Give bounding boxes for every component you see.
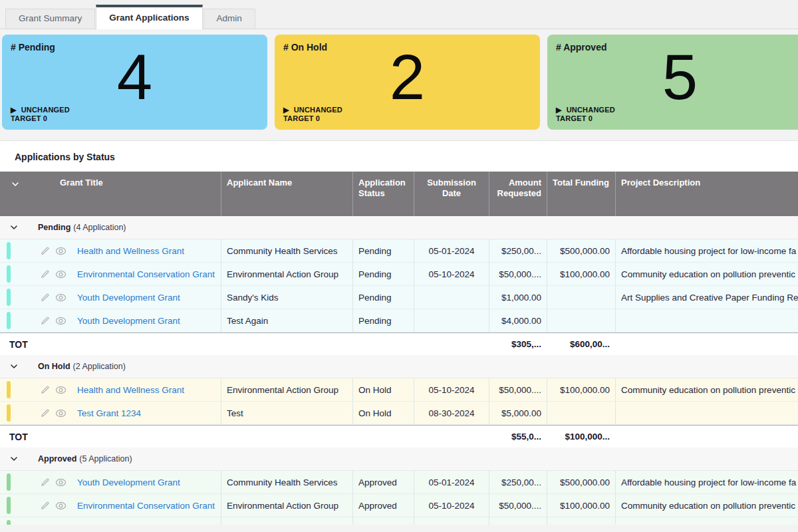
submission-date-cell: 08-30-2024 (414, 402, 489, 424)
project-description-cell (615, 309, 798, 332)
view-button[interactable] (55, 525, 66, 525)
column-header-applicant-name[interactable]: Applicant Name (221, 172, 352, 216)
amount-requested-cell: $4,000.00 (489, 309, 547, 332)
view-button[interactable] (55, 386, 66, 394)
project-description-cell: Community education on pollution prevent… (615, 494, 798, 517)
status-accent-bar (7, 381, 11, 398)
total-funding-cell (547, 402, 615, 424)
grant-title-cell: Youth Development Grant (30, 471, 221, 493)
edit-button[interactable] (40, 408, 51, 418)
edit-button[interactable] (40, 245, 51, 256)
eye-icon (55, 247, 66, 255)
group-count: (2 Application) (73, 362, 126, 371)
view-button[interactable] (55, 293, 66, 302)
pencil-icon (40, 245, 51, 256)
grant-title-link[interactable]: Health and Wellness Grant (77, 385, 184, 395)
pencil-icon (40, 408, 51, 418)
amount-requested-cell: $50,000.... (489, 494, 547, 517)
applicant-name-cell: Community Health Services (221, 471, 352, 493)
row-accent (0, 471, 30, 493)
group-collapse-button[interactable] (9, 454, 20, 464)
edit-button[interactable] (40, 523, 51, 525)
group-collapse-button[interactable] (9, 362, 20, 371)
total-label: TOT (0, 333, 221, 355)
kpi-card-on-hold: # On Hold 2 ▶ UNCHANGED TARGET 0 (275, 35, 540, 130)
column-header-application-status[interactable]: Application Status (352, 172, 414, 216)
row-accent (0, 286, 30, 309)
edit-button[interactable] (40, 477, 51, 487)
total-funding-cell: $500,000.00 (547, 239, 615, 262)
tab-admin[interactable]: Admin (203, 9, 255, 29)
group-count: (5 Application) (79, 454, 132, 464)
column-header-project-description[interactable]: Project Description (615, 172, 798, 216)
kpi-value: 5 (556, 49, 798, 106)
row-accent (0, 239, 30, 262)
tab-grant-summary[interactable]: Grant Summary (5, 9, 95, 29)
column-header-total-funding[interactable]: Total Funding (547, 172, 615, 216)
kpi-target: TARGET 0 (11, 114, 259, 122)
view-button[interactable] (55, 478, 66, 487)
edit-button[interactable] (40, 292, 51, 303)
column-header-submission-date[interactable]: Submission Date (414, 172, 489, 216)
edit-button[interactable] (40, 315, 51, 326)
kpi-value: 2 (283, 49, 531, 106)
kpi-target: TARGET 0 (283, 114, 531, 122)
edit-button[interactable] (40, 500, 51, 511)
row-accent (0, 494, 30, 517)
grant-title-link[interactable]: Youth Development Grant (77, 316, 180, 326)
pencil-icon (40, 384, 51, 395)
row-accent (0, 309, 30, 332)
view-button[interactable] (55, 501, 66, 510)
group-collapse-button[interactable] (9, 223, 20, 232)
submission-date-cell: 05-01-2024 (414, 471, 489, 493)
table-row (0, 517, 798, 525)
total-funding-cell (547, 517, 615, 525)
status-accent-bar (7, 242, 11, 259)
application-status-cell: Approved (352, 471, 414, 493)
grant-title-link[interactable]: Environmental Conservation Grant (77, 269, 215, 279)
table-header-row: Grant Title Applicant Name Application S… (0, 172, 798, 216)
kpi-target: TARGET 0 (556, 114, 798, 122)
grant-title-link[interactable]: Test Grant 1234 (77, 408, 141, 418)
tab-label: Admin (217, 13, 242, 23)
grant-title-link[interactable]: Youth Development Grant (77, 293, 180, 303)
grant-title-link[interactable]: Youth Development Grant (77, 477, 180, 487)
chevron-down-icon (11, 180, 20, 189)
amount-requested-cell: $1,000.00 (489, 286, 547, 309)
kpi-trend-label: UNCHANGED (21, 106, 70, 114)
total-funding-cell (547, 309, 615, 332)
table-row: Environmental Conservation Grant Environ… (0, 263, 798, 286)
grant-title-link[interactable]: Health and Wellness Grant (77, 246, 184, 256)
submission-date-cell: 05-01-2024 (414, 239, 489, 262)
group-name: Pending (38, 223, 70, 232)
tab-grant-applications[interactable]: Grant Applications (96, 5, 202, 29)
status-accent-bar (7, 404, 11, 422)
table-row: Youth Development Grant Test Again Pendi… (0, 309, 798, 332)
applicant-name-cell: Environmental Action Group (221, 263, 352, 285)
play-icon: ▶ (283, 106, 289, 114)
amount-requested-cell: $5,000.00 (489, 402, 547, 424)
total-label: TOT (0, 426, 221, 448)
applicant-name-cell: Community Health Services (221, 239, 352, 262)
total-funding-cell: $100,000.00 (547, 263, 615, 285)
grant-title-link[interactable]: Environmental Conservation Grant (77, 501, 215, 511)
table-row: Youth Development Grant Sandy's Kids Pen… (0, 286, 798, 309)
view-button[interactable] (55, 247, 66, 255)
edit-button[interactable] (40, 269, 51, 279)
kpi-value: 4 (11, 49, 259, 106)
grant-title-cell: Health and Wellness Grant (30, 239, 221, 262)
column-header-amount-requested[interactable]: Amount Requested (489, 172, 547, 216)
view-button[interactable] (55, 317, 66, 325)
pencil-icon (40, 523, 51, 525)
view-button[interactable] (55, 270, 66, 279)
table-row: Youth Development Grant Community Health… (0, 471, 798, 494)
table-title: Applications by Status (0, 141, 798, 172)
collapse-all-button[interactable] (0, 172, 30, 216)
applicant-name-cell: Test (221, 402, 352, 424)
tab-bar: Grant Summary Grant Applications Admin (0, 0, 798, 29)
column-header-grant-title[interactable]: Grant Title (30, 172, 221, 216)
view-button[interactable] (55, 409, 66, 418)
play-icon: ▶ (11, 106, 17, 114)
table-row: Test Grant 1234 Test On Hold 08-30-2024 … (0, 402, 798, 425)
edit-button[interactable] (40, 384, 51, 395)
